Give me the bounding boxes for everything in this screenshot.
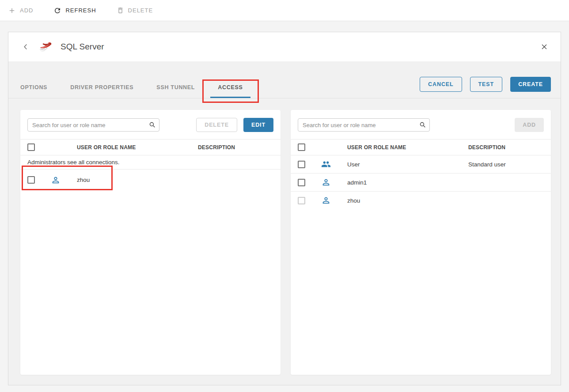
trash-icon — [117, 7, 124, 14]
column-header-description: DESCRIPTION — [198, 144, 281, 151]
row-checkbox[interactable] — [298, 179, 305, 186]
available-search — [298, 118, 430, 132]
column-header-description: DESCRIPTION — [468, 144, 551, 151]
tab-options[interactable]: OPTIONS — [13, 78, 55, 98]
close-icon[interactable] — [540, 42, 549, 51]
top-toolbar: ADD REFRESH DELETE — [0, 0, 569, 21]
user-icon — [51, 175, 77, 185]
row-name: zhou — [77, 177, 198, 183]
search-icon — [148, 121, 156, 130]
granted-table-header: USER OR ROLE NAME DESCRIPTION — [20, 139, 281, 155]
add-button[interactable]: ADD — [8, 7, 33, 15]
connection-dialog: SQL Server OPTIONS DRIVER PROPERTIES SSH… — [8, 32, 561, 385]
granted-access-panel: DELETE EDIT USER OR ROLE NAME DESCRIPTIO… — [20, 110, 281, 375]
users-group-icon — [321, 159, 347, 169]
tab-ssh-tunnel[interactable]: SSH TUNNEL — [149, 78, 202, 98]
dialog-header: SQL Server — [8, 32, 561, 61]
tab-driver-properties[interactable]: DRIVER PROPERTIES — [63, 78, 141, 98]
granted-select-all-checkbox[interactable] — [27, 143, 35, 151]
page: { "toolbar": { "add_label": "ADD", "refr… — [0, 0, 569, 392]
dialog-title: SQL Server — [61, 42, 104, 52]
cancel-button[interactable]: CANCEL — [420, 77, 462, 92]
available-table-header: USER OR ROLE NAME DESCRIPTION — [291, 139, 551, 155]
refresh-icon — [53, 7, 61, 15]
granted-row-zhou[interactable]: zhou — [20, 169, 281, 190]
search-icon — [419, 121, 426, 130]
back-button[interactable] — [21, 42, 30, 52]
column-header-name: USER OR ROLE NAME — [77, 144, 198, 151]
admin-info-row: Administrators see all connections. — [20, 155, 281, 169]
delete-user-button[interactable]: DELETE — [196, 118, 237, 132]
row-name: admin1 — [347, 179, 468, 186]
refresh-label: REFRESH — [65, 7, 96, 14]
available-row-zhou[interactable]: zhou — [291, 191, 551, 209]
plus-icon — [8, 7, 16, 15]
available-row-admin1[interactable]: admin1 — [291, 173, 551, 191]
row-checkbox[interactable] — [27, 176, 35, 184]
available-select-all-checkbox[interactable] — [298, 143, 305, 151]
available-row-user[interactable]: User Standard user — [291, 155, 551, 173]
available-buttons: ADD — [515, 118, 544, 132]
row-name: zhou — [347, 197, 468, 204]
create-button[interactable]: CREATE — [510, 77, 551, 92]
user-icon — [321, 196, 347, 205]
dialog-actions: CANCEL TEST CREATE — [420, 77, 551, 92]
row-description: Standard user — [468, 161, 551, 168]
sql-server-logo-icon — [38, 39, 53, 55]
delete-button[interactable]: DELETE — [117, 7, 153, 14]
tab-bar: OPTIONS DRIVER PROPERTIES SSH TUNNEL ACC… — [8, 61, 561, 98]
delete-label: DELETE — [128, 7, 153, 14]
test-button[interactable]: TEST — [470, 77, 503, 92]
row-checkbox-disabled[interactable] — [298, 197, 305, 204]
granted-buttons: DELETE EDIT — [196, 118, 273, 132]
refresh-button[interactable]: REFRESH — [53, 7, 96, 15]
row-name: User — [347, 161, 468, 168]
tab-list: OPTIONS DRIVER PROPERTIES SSH TUNNEL ACC… — [13, 78, 258, 98]
add-user-button[interactable]: ADD — [515, 118, 544, 132]
tab-access[interactable]: ACCESS — [210, 78, 250, 98]
edit-button[interactable]: EDIT — [243, 118, 273, 132]
granted-search-input[interactable] — [27, 118, 159, 132]
row-checkbox[interactable] — [298, 161, 305, 168]
column-header-name: USER OR ROLE NAME — [347, 144, 468, 151]
granted-controls: DELETE EDIT — [20, 110, 281, 139]
access-panels: DELETE EDIT USER OR ROLE NAME DESCRIPTIO… — [8, 98, 561, 375]
add-label: ADD — [20, 7, 33, 14]
user-icon — [321, 177, 347, 187]
available-search-input[interactable] — [298, 118, 430, 132]
available-users-panel: ADD USER OR ROLE NAME DESCRIPTION User S… — [291, 110, 551, 375]
granted-search — [27, 118, 159, 132]
available-controls: ADD — [291, 110, 551, 139]
